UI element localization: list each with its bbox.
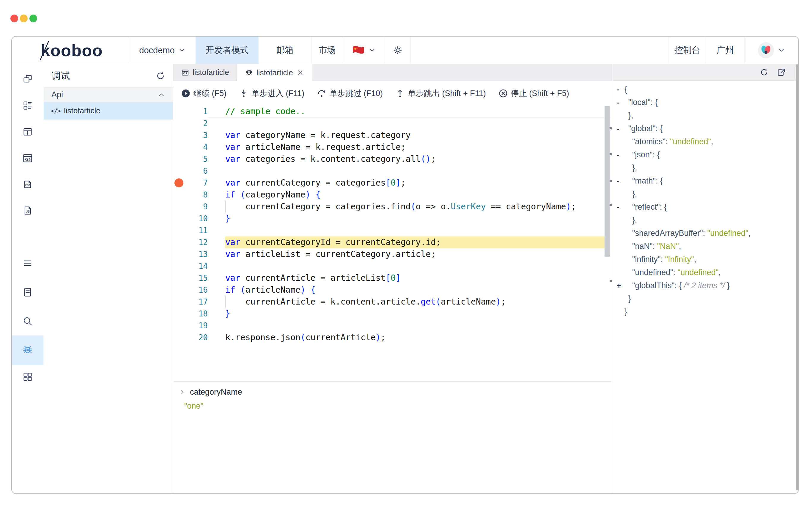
rail-item-debug[interactable] xyxy=(12,335,43,365)
code-text[interactable]: var categoryName = k.request.category xyxy=(225,129,605,141)
rail-item-contents[interactable] xyxy=(12,91,43,121)
breakpoint-gutter[interactable] xyxy=(173,320,185,332)
code-text[interactable]: } xyxy=(225,213,605,224)
code-text[interactable]: var categories = k.content.category.all(… xyxy=(225,153,605,165)
code-text[interactable] xyxy=(225,320,605,332)
code-text[interactable] xyxy=(225,260,605,272)
toolbar-step-out-button[interactable]: 单步跳出 (Shift + F11) xyxy=(395,88,486,99)
rail-item-scripts[interactable]: JS xyxy=(12,196,43,225)
breakpoint-gutter[interactable] xyxy=(173,224,185,236)
rail-item-menus[interactable] xyxy=(12,248,43,278)
code-text[interactable]: var currentCategoryId = currentCategory.… xyxy=(225,236,605,248)
code-text[interactable]: var currentArticle = articleList[0] xyxy=(225,272,605,284)
code-text[interactable]: var articleName = k.request.article; xyxy=(225,141,605,153)
refresh-icon[interactable] xyxy=(156,71,165,80)
code-text[interactable]: // sample code.. xyxy=(225,106,605,118)
rail-item-search[interactable] xyxy=(12,306,43,336)
breakpoint-gutter[interactable] xyxy=(173,332,185,343)
breakpoint-gutter[interactable] xyxy=(173,236,185,248)
breakpoint-gutter[interactable] xyxy=(173,201,185,213)
nav-dev-mode[interactable]: 开发者模式 xyxy=(196,37,258,64)
collapse-icon[interactable]: - xyxy=(617,83,624,96)
user-menu[interactable] xyxy=(745,37,798,64)
console-expression-row[interactable]: categoryName xyxy=(173,381,612,397)
json-line: -"json": { xyxy=(617,148,798,161)
collapse-icon[interactable]: - xyxy=(617,96,624,109)
open-external-icon[interactable] xyxy=(777,68,786,77)
line-number: 10 xyxy=(185,213,208,224)
site-selector[interactable]: docdemo xyxy=(129,37,196,64)
breakpoint-gutter[interactable] xyxy=(173,213,185,224)
breakpoint-gutter[interactable] xyxy=(173,308,185,320)
toolbar-step-over-button[interactable]: 单步跳过 (F10) xyxy=(317,88,383,99)
toolbar-stop-button[interactable]: 停止 (Shift + F5) xyxy=(498,88,569,99)
rail-item-files[interactable] xyxy=(12,277,43,307)
sidebar-item-listofarticle[interactable]: </> listofarticle xyxy=(44,102,173,120)
marker-spacer xyxy=(617,109,624,122)
collapse-icon[interactable]: - xyxy=(617,122,624,135)
breakpoint-gutter[interactable] xyxy=(173,118,185,129)
maximize-window-button[interactable] xyxy=(29,15,37,22)
editor-scrollbar[interactable] xyxy=(604,106,610,257)
theme-toggle[interactable] xyxy=(384,37,411,64)
breakpoint-gutter[interactable] xyxy=(173,272,185,284)
api-section-header[interactable]: Api xyxy=(44,88,173,102)
breakpoint-gutter[interactable] xyxy=(173,189,185,201)
code-text[interactable]: var currentCategory = categories[0]; xyxy=(225,177,605,189)
breakpoint-gutter[interactable] xyxy=(173,177,185,189)
code-icon xyxy=(22,153,33,164)
code-text[interactable]: var articleList = currentCategory.articl… xyxy=(225,248,605,260)
rail-item-styles[interactable]: CSS xyxy=(12,170,43,199)
breakpoint-gutter[interactable] xyxy=(173,106,185,118)
ruler-mark xyxy=(610,127,612,129)
collapse-icon[interactable]: - xyxy=(617,148,624,161)
code-text[interactable] xyxy=(225,224,605,236)
code-line-8: 8if (categoryName) { xyxy=(173,189,612,201)
nav-mail[interactable]: 邮箱 xyxy=(258,37,311,64)
collapse-icon[interactable]: - xyxy=(617,200,624,213)
toolbar-continue-button[interactable]: 继续 (F5) xyxy=(181,88,227,99)
breakpoint-gutter[interactable] xyxy=(173,153,185,165)
toolbar-step-into-button[interactable]: 单步进入 (F11) xyxy=(239,88,304,99)
code-text[interactable] xyxy=(225,165,605,177)
variables-scrollbar[interactable] xyxy=(796,64,798,490)
breakpoint-gutter[interactable] xyxy=(173,296,185,308)
tab-listofarticle-code[interactable]: listofarticle xyxy=(173,64,237,80)
code-text[interactable]: currentArticle = k.content.article.get(a… xyxy=(225,296,605,308)
refresh-icon[interactable] xyxy=(760,68,769,77)
code-text[interactable]: currentCategory = categories.find(o => o… xyxy=(225,201,605,213)
code-text[interactable]: } xyxy=(225,308,605,320)
nav-market[interactable]: 市场 xyxy=(311,37,343,64)
chevron-right-icon[interactable] xyxy=(179,389,186,396)
code-text[interactable]: if (articleName) { xyxy=(225,284,605,296)
rail-item-modules[interactable] xyxy=(12,362,43,392)
rail-item-layouts[interactable] xyxy=(12,117,43,147)
breakpoint-dot[interactable] xyxy=(175,178,183,187)
breakpoint-gutter[interactable] xyxy=(173,141,185,153)
nav-region[interactable]: 广州 xyxy=(706,37,745,64)
code-editor[interactable]: 1// sample code..23var categoryName = k.… xyxy=(173,106,612,383)
code-text[interactable] xyxy=(225,118,605,129)
expand-icon[interactable]: + xyxy=(617,279,624,292)
line-number: 1 xyxy=(185,106,208,118)
code-text[interactable]: if (categoryName) { xyxy=(225,189,605,201)
collapse-icon[interactable]: - xyxy=(617,174,624,187)
code-line-12: 12var currentCategoryId = currentCategor… xyxy=(173,236,612,248)
code-line-2: 2 xyxy=(173,118,612,129)
rail-item-pages[interactable] xyxy=(12,64,43,94)
kooboo-logo[interactable]: kooboo xyxy=(12,37,129,64)
close-window-button[interactable] xyxy=(10,15,18,22)
breakpoint-gutter[interactable] xyxy=(173,260,185,272)
language-selector[interactable]: ★★ xyxy=(343,37,384,64)
minimize-window-button[interactable] xyxy=(20,15,28,22)
code-text[interactable]: k.response.json(currentArticle); xyxy=(225,332,605,343)
breakpoint-gutter[interactable] xyxy=(173,284,185,296)
breakpoint-gutter[interactable] xyxy=(173,165,185,177)
rail-item-code[interactable] xyxy=(12,143,43,173)
nav-console[interactable]: 控制台 xyxy=(669,37,706,64)
close-icon[interactable] xyxy=(296,69,304,76)
tab-listofarticle-debug[interactable]: listofarticle xyxy=(237,64,312,81)
line-number: 2 xyxy=(185,118,208,129)
breakpoint-gutter[interactable] xyxy=(173,248,185,260)
breakpoint-gutter[interactable] xyxy=(173,129,185,141)
